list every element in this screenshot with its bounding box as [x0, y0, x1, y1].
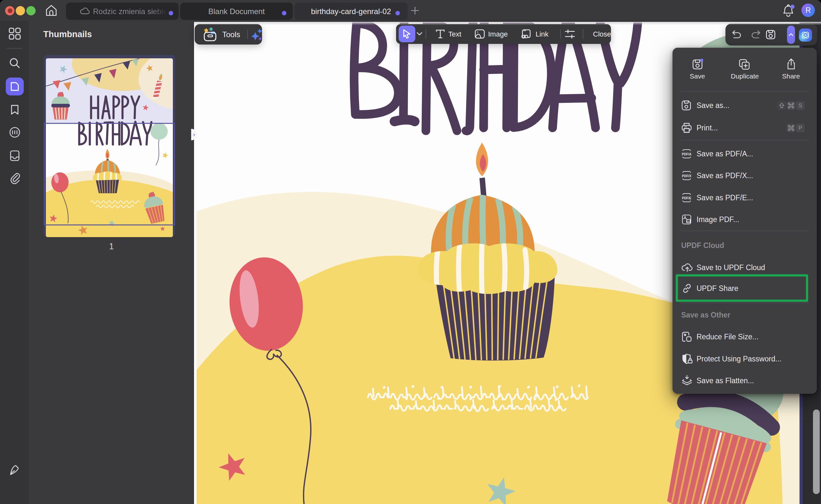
svg-text:PDF/A: PDF/A — [682, 153, 692, 156]
svg-text:PDF/X: PDF/X — [682, 174, 692, 178]
svg-text:PDF/E: PDF/E — [682, 196, 692, 200]
